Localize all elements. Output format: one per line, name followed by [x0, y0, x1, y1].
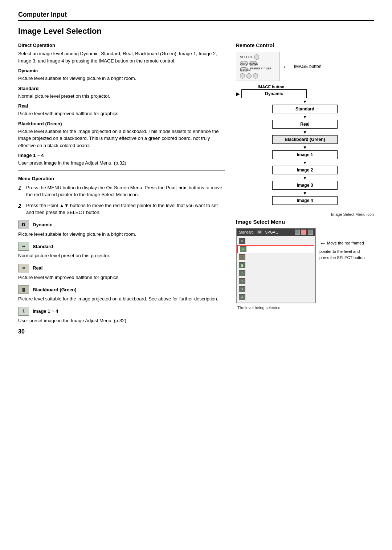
right-column: Remote Control SELECT AUTO PC IMAGE [236, 43, 374, 328]
dynamic-heading: Dynamic [18, 68, 225, 73]
icon-standard: ⇔ Standard [18, 242, 225, 251]
menu-row-blackboard: ▓ [237, 261, 315, 269]
arrow-6 [303, 175, 307, 181]
step-1: 1 Press the MENU button to display the O… [18, 184, 225, 198]
flow-blackboard: Blackboard (Green) [272, 135, 338, 144]
select-label: SELECT [240, 55, 253, 59]
flow-image4: Image 4 [272, 196, 338, 205]
image-select-section: Image Select Menu icon Image Select Menu… [236, 212, 374, 310]
remote-section: Remote Control SELECT AUTO PC IMAGE [236, 43, 374, 205]
bottom-note: The level being selected. [237, 306, 374, 310]
menu-row-dynamic: D [237, 237, 315, 245]
flow-image3: Image 3 [272, 181, 338, 190]
standard-text: Normal picture level preset on this proj… [18, 93, 225, 100]
standard-icon-box: ⇔ [18, 242, 29, 251]
step-list: 1 Press the MENU button to display the O… [18, 184, 225, 216]
direct-operation-heading: Direct Operation [18, 43, 225, 48]
icon-standard-text: Normal picture level preset on this proj… [18, 252, 225, 259]
callout-description: Move the red framed pointer to the level… [319, 241, 366, 259]
blackboard-section: Blackboard (Green) Picture level suitabl… [18, 121, 225, 149]
flow-real: Real [272, 120, 338, 129]
menu-row-img4: 4 [237, 293, 315, 301]
menu-svga: ⊞ [257, 230, 262, 234]
arrow-4 [303, 144, 307, 150]
menu-screen-area: Standard ⊞ SVGA 1 D [236, 228, 374, 303]
menu-row-icon-img2: 2 [239, 278, 245, 284]
flow-first-row: ▶ Dynamic [236, 89, 374, 98]
main-content: Direct Operation Select an image level a… [18, 43, 374, 328]
icon-blackboard-text: Picture level suitable for the image pro… [18, 295, 225, 303]
bottom-btns [240, 73, 275, 78]
standard-section: Standard Normal picture level preset on … [18, 86, 225, 100]
step-2: 2 Press the Point ▲▼ buttons to move the… [18, 202, 225, 216]
real-icon-box: 💻 [18, 264, 29, 272]
flow-img-label: IMAGE button [258, 84, 284, 89]
header-title: Computer Input [18, 11, 67, 18]
remote-heading: Remote Control [236, 43, 374, 48]
menu-icon-1 [295, 230, 300, 235]
icon-label-text: Image Select Menu icon [331, 212, 374, 217]
icon-real-text: Picture level with improved halftone for… [18, 274, 225, 281]
page-title: Image Level Selection [18, 27, 374, 36]
btn2 [246, 73, 252, 78]
menu-row-img1: 1 [237, 269, 315, 277]
btn1 [240, 73, 245, 78]
direct-operation-text: Select an image level among Dynamic, Sta… [18, 50, 225, 64]
menu-tab-standard: Standard [239, 230, 254, 234]
step-1-num: 1 [18, 184, 23, 198]
icon-standard-label: Standard [33, 244, 53, 249]
remote-box: SELECT AUTO PC IMAGE D.ZOOM FREEZE P-TIM… [236, 52, 279, 81]
image-btn: IMAGE [249, 61, 257, 66]
page-number: 30 [18, 328, 25, 335]
menu-row-icon-img3: 3 [239, 286, 245, 292]
callout-arrow: ← [319, 240, 326, 247]
step-2-num: 2 [18, 202, 23, 216]
first-arrow: ▶ [236, 91, 240, 97]
remote-diagram: SELECT AUTO PC IMAGE D.ZOOM FREEZE P-TIM… [236, 52, 374, 81]
dynamic-section: Dynamic Picture level suitable for viewi… [18, 68, 225, 82]
blackboard-text: Picture level suitable for the image pro… [18, 128, 225, 149]
callout-text: ← Move the red framed pointer to the lev… [319, 239, 370, 260]
step-1-text: Press the MENU button to display the On-… [26, 184, 225, 198]
icon-dynamic-label: Dynamic [33, 222, 52, 227]
zoom-btn: D.ZOOM [240, 67, 248, 72]
image-btn-label: IMAGE button [294, 64, 321, 69]
menu-row-icon-dynamic: D [239, 238, 245, 244]
icon-image14-text: User preset image in the Image Adjust Me… [18, 317, 225, 324]
menu-operation-section: Menu Operation 1 Press the MENU button t… [18, 176, 225, 216]
standard-heading: Standard [18, 86, 225, 91]
select-btn [254, 54, 259, 60]
flow-image1: Image 1 [272, 150, 338, 159]
arrow-3 [303, 129, 307, 135]
icon-image14-label: Image 1 ~ 4 [33, 308, 58, 314]
icon-label-row: Image Select Menu icon [236, 212, 374, 218]
arrow-5 [303, 159, 307, 165]
step-2-text: Press the Point ▲▼ buttons to move the r… [26, 202, 225, 216]
flow-diagram: IMAGE button ▶ Dynamic Standard Real Bla… [236, 84, 374, 205]
real-section: Real Picture level with improved halfton… [18, 103, 225, 117]
arrow-1 [303, 98, 307, 104]
icon-dynamic-text: Picture level suitable for viewing pictu… [18, 231, 225, 238]
image14-heading: Image 1 ~ 4 [18, 153, 225, 158]
flow-dynamic: Dynamic [241, 89, 307, 98]
menu-row-icon-standard: ⇔ [240, 246, 246, 252]
image-select-heading: Image Select Menu [236, 219, 374, 225]
left-column: Direct Operation Select an image level a… [18, 43, 225, 328]
menu-row-standard: ⇔ [237, 245, 314, 253]
menu-tab-icons [295, 230, 313, 235]
menu-icon-2 [301, 230, 306, 235]
blackboard-icon-box: ▓ [18, 285, 29, 294]
menu-screen: Standard ⊞ SVGA 1 D [236, 228, 316, 303]
menu-row-icon-img4: 4 [239, 294, 245, 300]
zoom-row: D.ZOOM FREEZE P-TIMER [240, 67, 275, 72]
menu-row-img2: 2 [237, 277, 315, 285]
menu-row-icon-real: 💻 [239, 254, 245, 260]
direct-operation-section: Direct Operation Select an image level a… [18, 43, 225, 64]
menu-row-real: 💻 [237, 253, 315, 261]
menu-row-img3: 3 [237, 285, 315, 293]
remote-select-row: SELECT [240, 54, 275, 60]
header-section: Computer Input [18, 11, 374, 21]
arrow-7 [303, 190, 307, 196]
menu-op-heading: Menu Operation [18, 176, 225, 181]
dynamic-icon-box: D [18, 221, 29, 229]
